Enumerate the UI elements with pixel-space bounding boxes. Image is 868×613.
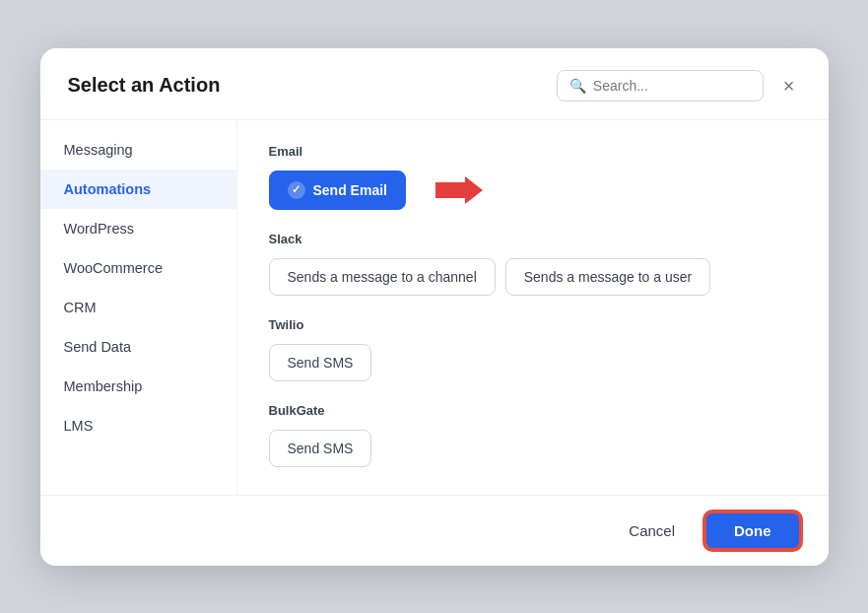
check-icon: ✓ (288, 181, 305, 199)
sidebar: Messaging Automations WordPress WooComme… (40, 120, 237, 495)
arrow-indicator (416, 172, 485, 208)
content-area: Email ✓ Send Email Slack Sends a message… (237, 120, 829, 495)
modal-footer: Cancel Done (40, 495, 829, 566)
slack-actions: Sends a message to a channel Sends a mes… (269, 258, 797, 296)
section-label-bulkgate: BulkGate (269, 403, 797, 418)
modal-title: Select an Action (68, 74, 221, 97)
send-email-button[interactable]: ✓ Send Email (269, 170, 406, 210)
sidebar-item-messaging[interactable]: Messaging (40, 130, 236, 170)
send-email-label: Send Email (313, 182, 387, 198)
slack-user-button[interactable]: Sends a message to a user (505, 258, 710, 296)
bulkgate-sms-label: Send SMS (288, 441, 354, 456)
header-right: 🔍 × (557, 70, 801, 102)
sidebar-item-send-data[interactable]: Send Data (40, 327, 236, 367)
send-email-row: ✓ Send Email (269, 170, 797, 210)
red-arrow-svg (416, 172, 485, 208)
modal-body: Messaging Automations WordPress WooComme… (40, 120, 829, 495)
modal-header: Select an Action 🔍 × (40, 48, 829, 120)
slack-channel-label: Sends a message to a channel (288, 269, 477, 285)
sidebar-item-crm[interactable]: CRM (40, 288, 236, 327)
bulkgate-sms-button[interactable]: Send SMS (269, 430, 372, 467)
slack-channel-button[interactable]: Sends a message to a channel (269, 258, 496, 296)
section-label-twilio: Twilio (269, 317, 797, 332)
section-label-slack: Slack (269, 232, 797, 246)
sidebar-item-woocommerce[interactable]: WooCommerce (40, 248, 236, 288)
close-button[interactable]: × (777, 74, 801, 98)
twilio-actions: Send SMS (269, 344, 797, 381)
sidebar-item-lms[interactable]: LMS (40, 406, 236, 445)
search-icon: 🔍 (569, 78, 586, 94)
svg-marker-0 (435, 176, 483, 204)
twilio-sms-button[interactable]: Send SMS (269, 344, 372, 381)
search-input[interactable] (593, 78, 751, 94)
cancel-button[interactable]: Cancel (611, 513, 693, 548)
modal: Select an Action 🔍 × Messaging Automatio… (40, 48, 829, 566)
bulkgate-actions: Send SMS (269, 430, 797, 467)
search-box: 🔍 (557, 70, 764, 102)
section-label-email: Email (269, 144, 797, 159)
sidebar-item-automations[interactable]: Automations (40, 170, 236, 209)
done-button[interactable]: Done (704, 511, 801, 550)
twilio-sms-label: Send SMS (288, 355, 354, 371)
sidebar-item-wordpress[interactable]: WordPress (40, 209, 236, 248)
slack-user-label: Sends a message to a user (524, 269, 692, 285)
sidebar-item-membership[interactable]: Membership (40, 367, 236, 406)
